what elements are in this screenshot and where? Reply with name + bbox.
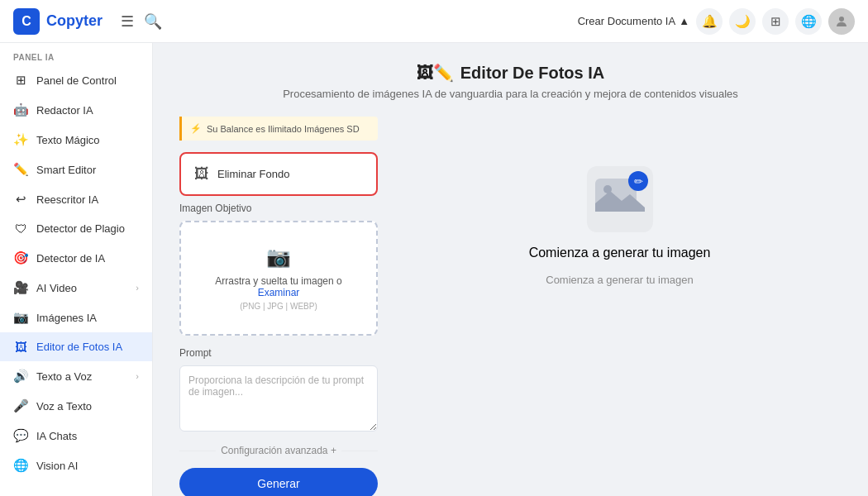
upload-formats: (PNG | JPG | WEBP) (194, 302, 363, 311)
menu-toggle-button[interactable]: ☰ (116, 7, 139, 36)
tool-card-eliminar-fondo[interactable]: 🖼 Eliminar Fondo (179, 152, 378, 196)
layout-button[interactable]: ⊞ (762, 8, 789, 35)
sidebar-item-label: Editor de Fotos IA (36, 341, 122, 353)
chat-icon: 💬 (13, 428, 28, 443)
prompt-section: Prompt (179, 347, 378, 435)
page-title: 🖼✏️ Editor De Fotos IA (179, 63, 842, 83)
chevron-right-icon: › (136, 283, 139, 293)
sidebar-item-ia-chats[interactable]: 💬 IA Chats (0, 421, 152, 451)
tool-card-icon: 🖼 (194, 165, 209, 183)
two-column-layout: ⚡ Su Balance es Ilimitado Imágenes SD 🖼 … (179, 117, 842, 496)
notifications-button[interactable]: 🔔 (696, 8, 723, 35)
sidebar-item-label: Voz a Texto (36, 400, 92, 413)
upload-dropzone[interactable]: 📷 Arrastra y suelta tu imagen o Examinar… (179, 221, 378, 336)
sidebar-item-label: AI Video (36, 282, 77, 294)
shield-icon: 🛡 (13, 222, 28, 236)
chevron-right-icon: › (136, 371, 139, 381)
sidebar-item-label: Smart Editor (36, 164, 96, 176)
avatar[interactable] (828, 8, 855, 35)
left-column: ⚡ Su Balance es Ilimitado Imágenes SD 🖼 … (179, 117, 378, 496)
search-button[interactable]: 🔍 (139, 7, 167, 36)
grid-icon: ⊞ (13, 73, 28, 88)
content-area: 🖼✏️ Editor De Fotos IA Procesamiento de … (153, 43, 868, 496)
sidebar-item-ai-video[interactable]: 🎥 AI Video › (0, 273, 152, 303)
sidebar-item-label: Detector de IA (36, 252, 105, 265)
svg-point-0 (839, 17, 844, 21)
sidebar-item-redactor-ia[interactable]: 🤖 Redactor IA (0, 95, 152, 125)
tts-icon: 🔊 (13, 369, 28, 384)
sidebar-item-reescritor-ia[interactable]: ↩ Reescritor IA (0, 184, 152, 214)
sidebar-item-voz-a-texto[interactable]: 🎤 Voz a Texto (0, 391, 152, 421)
page-subtitle: Procesamiento de imágenes IA de vanguard… (179, 88, 842, 100)
sidebar-item-texto-magico[interactable]: ✨ Texto Mágico (0, 125, 152, 155)
tool-card-label: Eliminar Fondo (217, 168, 289, 180)
sidebar-section-label: PANEL IA (0, 43, 152, 65)
sidebar-item-label: IA Chats (36, 430, 77, 442)
generate-button[interactable]: Generar (179, 468, 378, 496)
upload-section-label: Imagen Objetivo (179, 203, 378, 214)
sidebar-item-label: Reescritor IA (36, 193, 98, 206)
magic-icon: ✨ (13, 132, 28, 147)
main-layout: PANEL IA ⊞ Panel de Control 🤖 Redactor I… (0, 43, 868, 496)
camera-icon: 📷 (194, 246, 363, 269)
preview-icon: ✏ (587, 166, 653, 232)
vision-icon: 🌐 (13, 458, 28, 473)
preview-placeholder: ✏ Comienza a generar tu imagen (529, 166, 711, 260)
robot-icon: 🤖 (13, 103, 28, 117)
sidebar-item-label: Detector de Plagio (36, 222, 125, 235)
video-icon: 🎥 (13, 280, 28, 295)
prompt-label: Prompt (179, 347, 378, 359)
rewrite-icon: ↩ (13, 192, 28, 207)
dark-mode-button[interactable]: 🌙 (729, 8, 756, 35)
sidebar-item-label: Redactor IA (36, 104, 93, 117)
logo-text: Copyter (46, 12, 103, 30)
navbar: C Copyter ☰ 🔍 Crear Documento IA ▲ 🔔 🌙 ⊞… (0, 0, 868, 43)
sidebar-item-editor-fotos-ia[interactable]: 🖼 Editor de Fotos IA (0, 332, 152, 361)
detector-icon: 🎯 (13, 250, 28, 265)
sidebar-item-label: Vision AI (36, 460, 78, 472)
stt-icon: 🎤 (13, 398, 28, 413)
preview-text-label: Comienza a generar tu imagen (546, 274, 694, 286)
sidebar-item-texto-a-voz[interactable]: 🔊 Texto a Voz › (0, 361, 152, 391)
advanced-config-label: Configuración avanzada + (221, 445, 336, 456)
sidebar-item-label: Texto a Voz (36, 370, 92, 383)
prompt-textarea[interactable] (179, 365, 378, 432)
sidebar-item-smart-editor[interactable]: ✏️ Smart Editor (0, 155, 152, 184)
preview-text: Comienza a generar tu imagen (529, 246, 711, 260)
divider-left (179, 451, 216, 451)
sidebar-item-detector-ia[interactable]: 🎯 Detector de IA (0, 243, 152, 273)
page-header: 🖼✏️ Editor De Fotos IA Procesamiento de … (179, 63, 842, 100)
sidebar-item-label: Panel de Control (36, 74, 117, 87)
sidebar: PANEL IA ⊞ Panel de Control 🤖 Redactor I… (0, 43, 153, 496)
upload-box-text: Arrastra y suelta tu imagen o Examinar (194, 275, 363, 298)
nav-right: Crear Documento IA ▲ 🔔 🌙 ⊞ 🌐 (578, 8, 855, 35)
svg-text:✏: ✏ (634, 175, 643, 188)
divider-right (341, 451, 378, 451)
advanced-config: Configuración avanzada + (179, 445, 378, 456)
language-button[interactable]: 🌐 (795, 8, 822, 35)
sidebar-item-panel-control[interactable]: ⊞ Panel de Control (0, 65, 152, 95)
right-column: ✏ Comienza a generar tu imagen Comienza … (398, 117, 842, 496)
page-title-icon: 🖼✏️ (417, 63, 454, 83)
sidebar-item-imagenes-ia[interactable]: 📷 Imágenes IA (0, 303, 152, 332)
sidebar-item-label: Texto Mágico (36, 134, 100, 146)
photo-editor-icon: 🖼 (13, 340, 28, 354)
examinar-link[interactable]: Examinar (258, 287, 300, 298)
sidebar-item-label: Imágenes IA (36, 312, 97, 324)
images-icon: 📷 (13, 310, 28, 325)
logo: C Copyter (13, 8, 103, 35)
sidebar-item-detector-plagio[interactable]: 🛡 Detector de Plagio (0, 214, 152, 243)
crear-documento-button[interactable]: Crear Documento IA ▲ (578, 15, 689, 27)
sidebar-item-vision-ai[interactable]: 🌐 Vision AI (0, 451, 152, 480)
edit-icon: ✏️ (13, 162, 28, 177)
balance-notice: ⚡ Su Balance es Ilimitado Imágenes SD (179, 117, 378, 141)
logo-icon: C (13, 8, 40, 35)
lightning-icon: ⚡ (190, 123, 202, 134)
